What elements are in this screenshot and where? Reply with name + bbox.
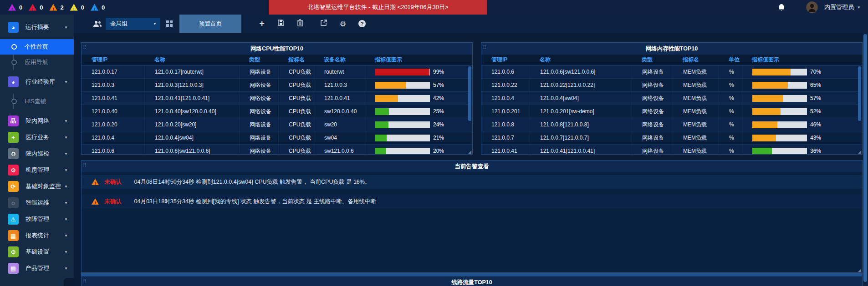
sidebar-nav: ◕运行摘要▼个性首页应用导航◕行业经验库▼HIS查锁品院内网络▼+医疗业务▼♻院… — [0, 15, 74, 286]
cell-indicator: 25% — [365, 105, 472, 118]
table-row[interactable]: 121.0.0.41121.0.0.41[121.0.0.41]网络设备MEM负… — [481, 145, 862, 154]
column-header: 类型 — [239, 55, 278, 65]
panel-title: 线路流量TOP10 — [451, 279, 492, 286]
indicator-value: 21% — [433, 135, 444, 141]
open-external-button[interactable] — [320, 19, 328, 28]
table-scrollbar[interactable] — [468, 66, 471, 121]
column-header: 管理IP — [82, 55, 144, 65]
sidebar-item-hospital-inspection[interactable]: ♻院内巡检▼ — [0, 146, 74, 162]
panel-title: 网络CPU性能TOP10 — [250, 45, 303, 53]
group-users-icon[interactable] — [93, 20, 102, 27]
sidebar-item-personal-home[interactable]: 个性首页 — [0, 39, 74, 55]
table-row[interactable]: 121.0.0.17121.0.0.17[routerwt]网络设备CPU负载r… — [82, 65, 472, 79]
drag-handle-icon[interactable]: ⠿ — [83, 162, 87, 168]
page-scrollbar-thumb[interactable] — [863, 34, 867, 282]
resize-grip-icon[interactable]: ◢ — [858, 268, 861, 272]
panel-title-bar: ⠿ 网络CPU性能TOP10 — [82, 43, 472, 55]
sidebar-item-fault-mgmt[interactable]: ⚠故障管理▼ — [0, 211, 74, 227]
sidebar-item-basic-settings[interactable]: ⚙基础设置▼ — [0, 244, 74, 260]
save-button[interactable] — [277, 19, 285, 28]
table-row[interactable]: 121.0.0.40121.0.0.40[sw120.0.0.40]网络设备CP… — [82, 105, 472, 118]
indicator-value: 70% — [810, 69, 821, 75]
cell-indicator: 57% — [742, 92, 862, 105]
alert-badge-red[interactable]: 0 — [29, 4, 43, 11]
delete-button[interactable] — [296, 19, 304, 28]
indicator-value: 57% — [433, 82, 444, 88]
sidebar-item-server-room-mgmt[interactable]: ⚙机房管理▼ — [0, 162, 74, 178]
cell-metric: MEM负载 — [673, 65, 719, 78]
indicator-bar — [375, 121, 430, 128]
cell-metric: MEM负载 — [673, 79, 719, 91]
sidebar-item-smart-ops[interactable]: ◌智能运维▼ — [0, 195, 74, 211]
table-row[interactable]: 121.0.0.22121.0.0.22[121.0.0.22]网络设备MEM负… — [481, 79, 862, 92]
sidebar-item-app-nav[interactable]: 应用导航 — [0, 55, 74, 70]
drag-handle-icon[interactable]: ⠿ — [483, 45, 486, 50]
bullet-icon — [11, 44, 17, 50]
indicator-value: 20% — [433, 148, 444, 154]
cell-indicator: 42% — [365, 92, 472, 105]
table-row[interactable]: 121.0.0.201121.0.0.201[sw-demo]网络设备MEM负载… — [481, 105, 862, 118]
help-button[interactable]: ? — [358, 19, 366, 28]
add-button[interactable]: + — [258, 19, 266, 28]
table-row[interactable]: 121.0.0.8121.0.0.8[121.0.0.8]网络设备MEM负载%4… — [481, 118, 862, 131]
indicator-bar-fill — [375, 121, 388, 128]
cell-ip: 121.0.0.20 — [82, 118, 144, 131]
cell-name: 121.0.0.17[routerwt] — [144, 65, 239, 78]
table-scrollbar[interactable] — [858, 66, 861, 121]
indicator-bar-fill — [752, 121, 777, 128]
warning-triangle-icon — [92, 179, 99, 185]
sidebar-item-label: 运行摘要 — [26, 23, 49, 31]
alert-badge-yellow[interactable]: 0 — [70, 4, 84, 11]
alert-badge-blue[interactable]: 0 — [91, 4, 105, 11]
sidebar-item-label: 报表统计 — [26, 231, 49, 240]
user-avatar[interactable] — [806, 1, 818, 13]
alert-badge-purple[interactable]: 0 — [8, 4, 22, 11]
table-row[interactable]: 121.0.0.7121.0.0.7[121.0.0.7]网络设备MEM负载%4… — [481, 131, 862, 145]
sidebar-item-industry-kb[interactable]: ◕行业经验库▼ — [0, 74, 74, 90]
table-row[interactable]: 121.0.0.4121.0.0.4[sw04]网络设备CPU负载sw0421% — [82, 131, 472, 145]
current-user-menu[interactable]: 内置管理员 — [824, 3, 854, 11]
sidebar-item-product-mgmt[interactable]: ▤产品管理▼ — [0, 260, 74, 276]
top-bar: 00200 北塔智慧运维平台软件 - 截止日期 <2019年06月30日> 内置… — [0, 0, 868, 15]
table-row[interactable]: 121.0.0.6121.0.0.6[sw121.0.0.6]网络设备MEM负载… — [481, 65, 862, 79]
alert-badge-orange[interactable]: 2 — [49, 4, 63, 11]
cell-metric: CPU负载 — [278, 65, 314, 78]
table-row[interactable]: 121.0.0.6121.0.0.6[sw121.0.0.6]网络设备CPU负载… — [82, 145, 472, 154]
sidebar-item-run-summary[interactable]: ◕运行摘要▼ — [0, 19, 74, 35]
resize-grip-icon[interactable]: ◢ — [468, 150, 471, 154]
column-header: 设备名称 — [314, 55, 365, 65]
indicator-bar — [375, 69, 430, 75]
dashboard-content: ⠿ 网络CPU性能TOP10 管理IP名称类型指标名设备名称指标值图示121.0… — [74, 33, 868, 286]
sidebar-item-hospital-network[interactable]: 品院内网络▼ — [0, 113, 74, 129]
sidebar-item-basic-object-monitor[interactable]: ⟳基础对象监控▼ — [0, 178, 74, 195]
drag-handle-icon[interactable]: ⠿ — [83, 45, 87, 50]
table-row[interactable]: 121.0.0.3121.0.0.3[121.0.0.3]网络设备CPU负载12… — [82, 79, 472, 92]
tab-preset-homepage[interactable]: 预置首页 — [179, 15, 241, 33]
table-row[interactable]: 121.0.0.4121.0.0.4[sw04]网络设备MEM负载%57% — [481, 92, 862, 105]
sidebar-item-label: 智能运维 — [26, 199, 49, 207]
chevron-down-icon: ▼ — [64, 185, 68, 189]
table-row[interactable]: 121.0.0.20121.0.0.20[sw20]网络设备CPU负载sw202… — [82, 118, 472, 131]
cell-name: 121.0.0.4[sw04] — [530, 92, 632, 105]
alert-row[interactable]: 未确认04月03日18时35分34秒 检测到[我的专线] 状态 触发告警，当前状… — [82, 195, 862, 208]
cell-name: 121.0.0.4[sw04] — [144, 131, 239, 144]
sidebar-item-his-check[interactable]: HIS查锁 — [0, 94, 74, 109]
layout-grid-icon[interactable] — [166, 20, 173, 27]
group-select[interactable]: 全局组 ▼ — [106, 18, 160, 30]
alert-row[interactable]: 未确认04月08日14时50分34秒 检测到121.0.0.4[sw04] CP… — [82, 175, 862, 189]
medical-business-icon: + — [8, 132, 19, 143]
sidebar-item-medical-business[interactable]: +医疗业务▼ — [0, 129, 74, 146]
cell-device: 121.0.0.41 — [314, 92, 365, 105]
cell-type: 网络设备 — [239, 145, 278, 154]
chevron-down-icon: ▼ — [64, 119, 68, 123]
drag-handle-icon[interactable]: ⠿ — [83, 278, 87, 284]
cell-metric: MEM负载 — [673, 92, 719, 105]
cell-unit: % — [719, 65, 742, 78]
settings-button[interactable]: ⚙ — [339, 19, 347, 28]
current-alerts-panel: ⠿ 当前告警查看 未确认04月08日14时50分34秒 检测到121.0.0.4… — [81, 160, 863, 273]
resize-grip-icon[interactable]: ◢ — [858, 150, 861, 154]
sidebar-item-report-stats[interactable]: ▦报表统计▼ — [0, 227, 74, 244]
panel-title-bar: ⠿ 网络内存性能TOP10 — [481, 43, 862, 55]
notifications-bell-icon[interactable] — [778, 4, 785, 11]
table-row[interactable]: 121.0.0.41121.0.0.41[121.0.0.41]网络设备CPU负… — [82, 92, 472, 105]
